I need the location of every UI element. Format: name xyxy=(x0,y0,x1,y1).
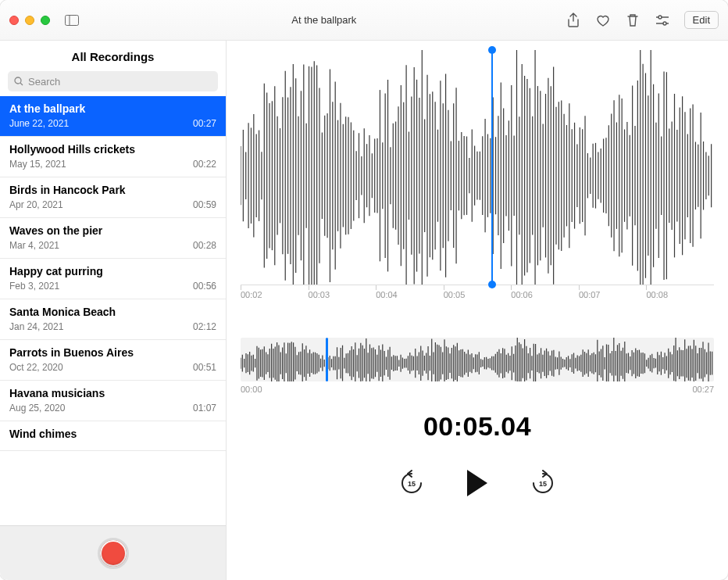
ruler-tick: 00:02 xyxy=(241,290,309,306)
recording-date: Jan 24, 2021 xyxy=(9,321,63,332)
recording-date: May 15, 2021 xyxy=(9,159,66,170)
record-button[interactable] xyxy=(98,538,129,569)
svg-point-3 xyxy=(658,16,662,19)
recording-date: Mar 4, 2021 xyxy=(9,240,59,251)
recording-title: At the ballpark xyxy=(9,102,216,115)
overview-end-time: 00:27 xyxy=(692,385,714,394)
recording-item[interactable]: Havana musiciansAug 25, 202001:07 xyxy=(0,381,226,421)
search-input[interactable]: Search xyxy=(8,71,218,91)
waveform-overview[interactable] xyxy=(241,338,714,381)
recording-item[interactable]: Hollywood Hills cricketsMay 15, 202100:2… xyxy=(0,137,226,177)
ruler-tick: 00:04 xyxy=(376,290,444,306)
recording-item[interactable]: Santa Monica BeachJan 24, 202102:12 xyxy=(0,299,226,340)
recording-date: Aug 25, 2020 xyxy=(9,403,65,414)
zoom-window[interactable] xyxy=(41,16,50,25)
recording-item[interactable]: Parrots in Buenos AiresOct 22, 202000:51 xyxy=(0,340,226,381)
playhead[interactable] xyxy=(491,50,493,285)
window-title: At the ballpark xyxy=(83,14,566,26)
sidebar-header: All Recordings xyxy=(0,41,226,71)
recording-title: Hollywood Hills crickets xyxy=(9,143,216,156)
recording-date: Apr 20, 2021 xyxy=(9,199,63,210)
recording-item[interactable]: Wind chimes xyxy=(0,421,226,451)
recording-title: Wind chimes xyxy=(9,428,216,440)
recording-date: Oct 22, 2020 xyxy=(9,362,63,373)
edit-button[interactable]: Edit xyxy=(684,11,719,29)
search-icon xyxy=(14,77,23,86)
close-window[interactable] xyxy=(9,16,19,25)
settings-sliders-icon[interactable] xyxy=(655,13,670,28)
recording-item[interactable]: Birds in Hancock ParkApr 20, 202100:59 xyxy=(0,177,226,218)
recording-item[interactable]: Happy cat purringFeb 3, 202100:56 xyxy=(0,259,226,299)
recording-title: Havana musicians xyxy=(9,387,216,399)
ruler-tick: 00:07 xyxy=(579,290,647,306)
minimize-window[interactable] xyxy=(25,16,34,25)
svg-point-6 xyxy=(15,77,21,84)
recording-title: Birds in Hancock Park xyxy=(9,184,216,196)
favorite-icon[interactable] xyxy=(595,13,611,28)
svg-text:15: 15 xyxy=(539,480,547,488)
recording-duration: 00:51 xyxy=(193,362,216,373)
svg-text:15: 15 xyxy=(408,480,416,488)
traffic-lights xyxy=(9,16,50,25)
sidebar-footer xyxy=(0,525,226,580)
recording-date: June 22, 2021 xyxy=(9,118,69,129)
ruler-tick: 00:06 xyxy=(511,290,579,306)
titlebar: At the ballpark Edit xyxy=(0,0,728,41)
sidebar-toggle-icon[interactable] xyxy=(61,12,83,29)
skip-forward-button[interactable]: 15 xyxy=(530,470,556,496)
delete-icon[interactable] xyxy=(625,13,641,28)
detail-pane: 00:0200:0300:0400:0500:0600:0700:08 00:0… xyxy=(227,41,728,580)
ruler-tick: 00:03 xyxy=(309,290,376,306)
sidebar: All Recordings Search At the ballparkJun… xyxy=(0,41,227,580)
recording-title: Parrots in Buenos Aires xyxy=(9,346,216,359)
search-placeholder: Search xyxy=(28,76,60,88)
share-icon[interactable] xyxy=(566,13,581,28)
overview-start-time: 00:00 xyxy=(241,385,262,394)
recording-title: Santa Monica Beach xyxy=(9,306,216,318)
recording-title: Waves on the pier xyxy=(9,224,216,237)
recording-title: Happy cat purring xyxy=(9,265,216,277)
recording-duration: 00:56 xyxy=(193,281,216,292)
recording-item[interactable]: At the ballparkJune 22, 202100:27 xyxy=(0,96,226,137)
current-time: 00:05.04 xyxy=(241,411,714,442)
ruler-tick: 00:08 xyxy=(646,290,714,306)
recording-duration: 00:22 xyxy=(193,159,216,170)
recording-item[interactable]: Waves on the pierMar 4, 202100:28 xyxy=(0,218,226,259)
recording-duration: 00:59 xyxy=(193,199,216,210)
overview-cursor[interactable] xyxy=(326,338,328,381)
svg-line-7 xyxy=(20,83,23,85)
ruler-tick: 00:05 xyxy=(444,290,512,306)
recording-duration: 00:27 xyxy=(193,118,216,129)
svg-point-5 xyxy=(663,22,666,25)
recording-duration: 00:28 xyxy=(193,240,216,251)
svg-rect-0 xyxy=(66,15,79,25)
waveform-zoomed[interactable] xyxy=(241,50,714,285)
play-button[interactable] xyxy=(464,468,491,498)
playback-controls: 15 15 xyxy=(241,468,714,498)
recording-duration: 01:07 xyxy=(193,403,216,414)
recording-date: Feb 3, 2021 xyxy=(9,281,59,292)
recording-duration: 02:12 xyxy=(193,321,216,332)
time-ruler: 00:0200:0300:0400:0500:0600:0700:08 xyxy=(241,285,714,306)
skip-back-button[interactable]: 15 xyxy=(398,470,425,496)
recordings-list: At the ballparkJune 22, 202100:27Hollywo… xyxy=(0,96,226,525)
